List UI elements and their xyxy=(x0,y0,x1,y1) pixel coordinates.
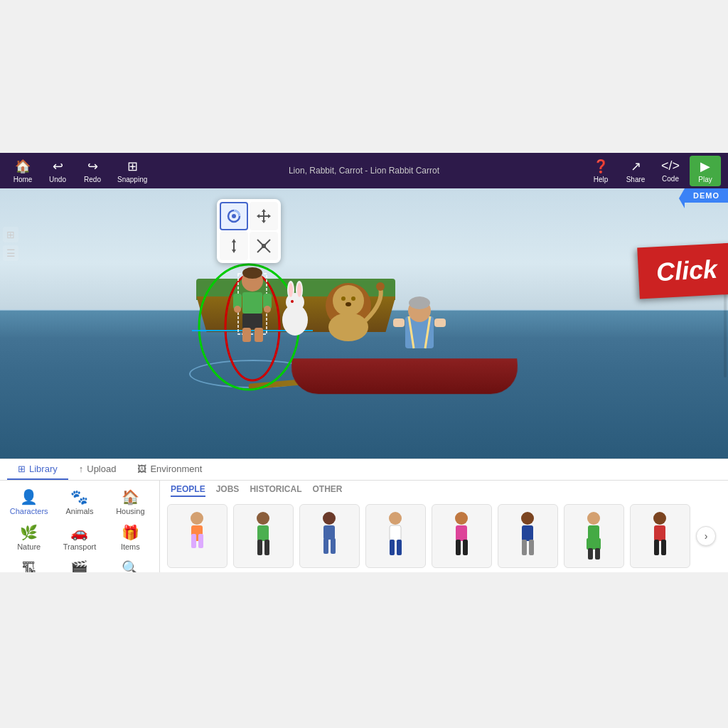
svg-point-67 xyxy=(455,512,468,525)
boat-body xyxy=(289,358,520,394)
play-icon: ▶ xyxy=(700,159,710,174)
character-figure-3 xyxy=(314,511,346,561)
svg-marker-39 xyxy=(262,209,266,212)
search-icon: 🔍 xyxy=(122,560,139,572)
demo-badge: DEMO xyxy=(685,188,728,203)
subtab-historical[interactable]: HISTORICAL xyxy=(250,484,301,497)
toolbar-title: Lion, Rabbit, Carrot - Lion Rabbit Carro… xyxy=(289,166,439,176)
items-icon: 🎁 xyxy=(122,524,139,541)
snapping-icon: ⊞ xyxy=(127,159,138,174)
category-special[interactable]: 🎬 Special xyxy=(54,555,105,572)
undo-label: Undo xyxy=(49,176,66,183)
category-housing[interactable]: 🏠 Housing xyxy=(105,484,156,520)
svg-rect-79 xyxy=(595,548,600,560)
svg-rect-54 xyxy=(198,534,203,548)
redo-button[interactable]: ↪ Redo xyxy=(77,156,108,186)
category-transport[interactable]: 🚗 Transport xyxy=(54,520,105,555)
svg-point-75 xyxy=(587,512,600,525)
boat xyxy=(277,337,518,394)
svg-line-48 xyxy=(257,247,262,252)
characters-icon: 👤 xyxy=(20,488,38,505)
snapping-button[interactable]: ⊞ Snapping xyxy=(112,156,153,186)
home-label: Home xyxy=(14,176,33,183)
character-figure-7 xyxy=(578,511,610,561)
svg-rect-72 xyxy=(522,525,533,541)
svg-rect-58 xyxy=(264,540,269,555)
snapping-label: Snapping xyxy=(117,176,147,183)
character-figure-5 xyxy=(446,511,478,561)
bottom-whitespace xyxy=(0,572,728,728)
vertical-move-icon xyxy=(225,237,242,255)
character-figure-6 xyxy=(512,511,544,561)
svg-line-47 xyxy=(265,240,270,245)
svg-rect-66 xyxy=(397,540,402,555)
home-button[interactable]: 🏠 Home xyxy=(7,156,38,186)
character-card-6[interactable] xyxy=(498,504,558,568)
subtab-people[interactable]: PEOPLE xyxy=(171,484,205,497)
environment-label: Environment xyxy=(150,464,202,474)
svg-point-80 xyxy=(653,512,666,525)
click-text: Click xyxy=(655,255,718,287)
category-animals[interactable]: 🐾 Animals xyxy=(54,484,105,520)
list-icon[interactable]: ☰ xyxy=(3,245,18,261)
home-icon: 🏠 xyxy=(15,159,31,174)
subtab-jobs[interactable]: JOBS xyxy=(216,484,240,497)
character-figure-8 xyxy=(644,511,676,561)
layers-icon[interactable]: ⊞ xyxy=(3,227,18,242)
subtab-other[interactable]: OTHER xyxy=(313,484,343,497)
character-card-5[interactable] xyxy=(432,504,492,568)
toolbar-right: ❓ Help ↗ Share </> Code ▶ Play xyxy=(585,156,721,186)
jobs-label: JOBS xyxy=(216,484,240,494)
svg-rect-60 xyxy=(323,525,335,540)
tab-environment[interactable]: 🖼 Environment xyxy=(127,459,213,480)
svg-marker-42 xyxy=(268,214,271,218)
character-card-4[interactable] xyxy=(365,504,426,568)
category-search[interactable]: 🔍 Search xyxy=(105,555,156,572)
svg-rect-78 xyxy=(588,548,593,560)
housing-label: Housing xyxy=(116,507,144,515)
other-label: OTHER xyxy=(313,484,343,494)
share-icon: ↗ xyxy=(631,159,641,174)
svg-point-71 xyxy=(521,512,534,525)
category-nature[interactable]: 🌿 Nature xyxy=(4,520,54,555)
undo-button[interactable]: ↩ Undo xyxy=(42,156,73,186)
next-characters-button[interactable]: › xyxy=(696,526,716,546)
building-icon: 🏗 xyxy=(22,560,36,573)
play-button[interactable]: ▶ Play xyxy=(690,156,721,186)
character-card-3[interactable] xyxy=(299,504,360,568)
move-icon xyxy=(255,208,272,225)
svg-point-59 xyxy=(323,512,336,525)
island-dirt xyxy=(196,296,395,332)
tab-upload[interactable]: ↑ Upload xyxy=(68,459,127,480)
character-figure-4 xyxy=(380,511,412,561)
code-button[interactable]: </> Code xyxy=(655,156,686,186)
move-gizmo-btn[interactable] xyxy=(250,202,278,230)
svg-rect-82 xyxy=(654,540,659,555)
svg-rect-57 xyxy=(257,540,262,555)
svg-rect-53 xyxy=(191,534,196,548)
category-items[interactable]: 🎁 Items xyxy=(105,520,156,555)
character-card-2[interactable] xyxy=(233,504,294,568)
character-card-8[interactable] xyxy=(630,504,690,568)
animals-icon: 🐾 xyxy=(70,488,88,505)
share-button[interactable]: ↗ Share xyxy=(620,156,651,186)
rotate-gizmo-btn[interactable] xyxy=(220,202,248,230)
people-label: PEOPLE xyxy=(171,484,205,494)
bottom-content: 👤 Characters 🐾 Animals 🏠 Housing 🌿 Natur… xyxy=(0,481,728,572)
category-characters[interactable]: 👤 Characters xyxy=(4,484,54,520)
play-label: Play xyxy=(698,176,712,183)
nature-icon: 🌿 xyxy=(20,524,38,541)
code-icon: </> xyxy=(661,159,680,173)
character-card-7[interactable] xyxy=(564,504,624,568)
scale-gizmo-btn[interactable] xyxy=(250,232,278,260)
svg-marker-40 xyxy=(262,220,266,223)
category-building[interactable]: 🏗 Building xyxy=(4,555,54,572)
help-button[interactable]: ❓ Help xyxy=(585,156,616,186)
character-subtabs: PEOPLE JOBS HISTORICAL OTHER xyxy=(167,484,721,497)
chevron-right-icon: › xyxy=(705,530,708,542)
tab-library[interactable]: ⊞ Library xyxy=(7,459,68,480)
viewport[interactable]: Click ⊞ ☰ xyxy=(0,188,728,459)
vertical-move-gizmo-btn[interactable] xyxy=(220,232,248,260)
character-card-1[interactable] xyxy=(167,504,228,568)
transport-icon: 🚗 xyxy=(70,524,88,541)
